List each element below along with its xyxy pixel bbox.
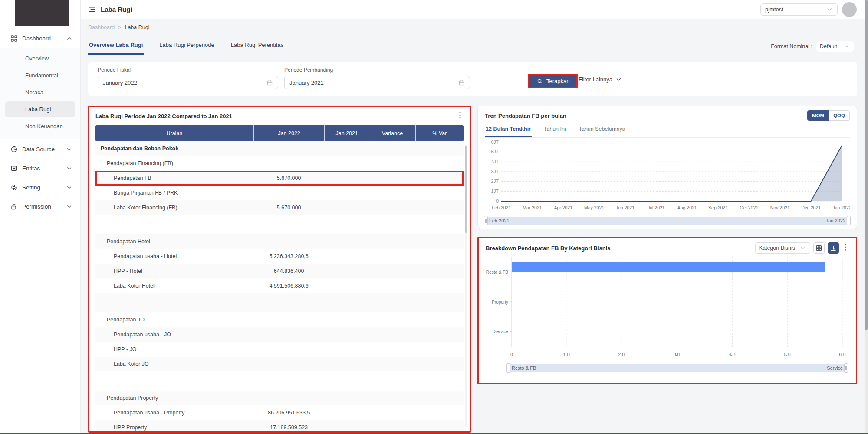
sidebar-item-dashboard[interactable]: Dashboard (0, 29, 80, 48)
svg-text:Resto & FB: Resto & FB (486, 270, 508, 275)
pl-table-header: Laba Rugi Periode Jan 2022 Compared to J… (89, 107, 470, 125)
page-scrollbar-thumb[interactable] (865, 0, 868, 330)
table-row[interactable]: Laba Kotor Hotel4.591.506.880,6 (95, 278, 464, 293)
mom-toggle-button[interactable]: MOM (807, 110, 829, 121)
slider-handle-right[interactable] (847, 216, 851, 225)
dimension-select[interactable]: Kategori Bisnis (755, 242, 810, 254)
compare-period-field: Periode Pembanding January 2021 (284, 67, 470, 89)
breakdown-range-slider[interactable]: Resto & FB Service (508, 364, 846, 372)
tab-laba-rugi-perperiode[interactable]: Laba Rugi Perperiode (158, 39, 215, 55)
trend-chart: 01JT2JT3JT4JT5JT6JTFeb 2021Mar 2021Apr 2… (485, 138, 850, 215)
svg-text:0: 0 (510, 352, 513, 357)
sidebar-item-non-keuangan[interactable]: Non Keuangan (5, 118, 75, 134)
table-row[interactable]: Pendapatan dan Beban Pokok (95, 141, 464, 156)
compare-period-label: Periode Pembanding (284, 67, 470, 73)
slider-handle-left[interactable] (506, 363, 510, 373)
svg-text:May 2021: May 2021 (584, 205, 604, 210)
table-spacer-row[interactable] (95, 293, 464, 312)
table-view-icon (815, 245, 822, 252)
table-row[interactable]: HPP - JO (95, 342, 464, 357)
svg-text:Oct 2021: Oct 2021 (740, 205, 759, 210)
kebab-icon[interactable] (842, 244, 849, 252)
fiscal-period-input[interactable]: January 2022 (98, 76, 278, 89)
table-row[interactable]: HPP Property17.189.509.523 (95, 420, 464, 433)
table-row[interactable]: Pendapatan usaha - Property86.206.951.63… (95, 405, 464, 420)
sidebar-item-label: Data Source (22, 146, 55, 152)
column-uraian[interactable]: Uraian (95, 125, 253, 141)
breadcrumb-parent[interactable]: Dashboard (88, 24, 115, 30)
breadcrumb-current: Laba Rugi (125, 24, 149, 30)
chart-view-button[interactable] (828, 242, 839, 254)
breakdown-chart: 01JT2JT3JT4JT5JT6JTResto & FBPropertySer… (486, 254, 849, 363)
dashboard-submenu: Overview Fundamental Neraca Laba Rugi No… (0, 48, 80, 139)
sidebar-item-setting[interactable]: Setting (0, 178, 80, 197)
tab-overview-laba-rugi[interactable]: Overview Laba Rugi (88, 39, 144, 55)
svg-text:1JT: 1JT (491, 189, 499, 194)
filter-panel: Periode Fiskal January 2022 Periode Pemb… (88, 62, 857, 96)
more-filters-link[interactable]: Filter Lainnya (579, 76, 622, 83)
sidebar-item-label: Dashboard (22, 35, 51, 42)
svg-text:6JT: 6JT (491, 139, 499, 145)
tab-12-bulan-terakhir[interactable]: 12 Bulan Terakhir (485, 124, 532, 137)
tab-laba-rugi-perentitas[interactable]: Laba Rugi Perentitas (230, 39, 284, 55)
fiscal-period-label: Periode Fiskal (98, 67, 278, 73)
sidebar-item-data-source[interactable]: Data Source (0, 139, 80, 159)
trend-tabs: 12 Bulan Terakhir Tahun Ini Tahun Sebelu… (485, 124, 850, 138)
slider-handle-right[interactable] (844, 363, 848, 373)
table-row[interactable]: Pendapatan usaha - JO (95, 327, 464, 342)
fiscal-period-field: Periode Fiskal January 2022 (98, 67, 278, 89)
svg-text:5JT: 5JT (784, 352, 792, 357)
sidebar-item-entitas[interactable]: Entitas (0, 159, 80, 178)
table-row[interactable]: Laba Kotor JO (95, 357, 464, 371)
slider-handle-left[interactable] (484, 216, 488, 225)
sidebar-item-neraca[interactable]: Neraca (5, 84, 75, 100)
table-spacer-row[interactable] (95, 215, 464, 234)
user-dropdown[interactable]: pjmtest (760, 3, 838, 16)
apply-button[interactable]: Terapkan (529, 75, 576, 87)
svg-text:4JT: 4JT (491, 159, 499, 164)
trend-card: Tren Pendapatan FB per bulan MOM QOQ 12 … (477, 106, 857, 229)
chevron-down-icon (826, 6, 833, 13)
svg-text:5JT: 5JT (491, 149, 499, 154)
table-row[interactable]: Pendapatan Hotel (95, 234, 464, 249)
user-avatar[interactable] (842, 2, 857, 17)
svg-text:Service: Service (494, 329, 509, 334)
column-jan-2022[interactable]: Jan 2022 (253, 125, 325, 141)
table-row[interactable]: Laba Kotor Financing (FB)5.670.000 (95, 200, 464, 215)
sidebar-item-label: Entitas (22, 165, 40, 172)
trend-range-slider[interactable]: Feb 2021 Jan 2022 (486, 217, 849, 225)
table-scrollbar[interactable] (465, 145, 467, 427)
svg-text:Jun 2021: Jun 2021 (616, 205, 635, 210)
chevron-down-icon (843, 43, 850, 50)
svg-text:Nov 2021: Nov 2021 (770, 205, 790, 210)
sidebar-item-laba-rugi[interactable]: Laba Rugi (5, 101, 75, 117)
sidebar-item-permission[interactable]: Permission (0, 197, 80, 216)
table-row[interactable]: Pendapatan Financing (FB) (95, 156, 464, 171)
sidebar: Dashboard Overview Fundamental Neraca La… (0, 0, 81, 434)
trend-slider-left-label: Feb 2021 (489, 218, 509, 223)
compare-period-input[interactable]: January 2021 (284, 76, 470, 89)
table-row[interactable]: Pendapatan FB5.670.000 (95, 171, 464, 186)
chevron-down-icon (66, 184, 72, 191)
table-spacer-row[interactable] (95, 371, 464, 391)
table-row[interactable]: Pendapatan usaha - Hotel5.236.343.280,6 (95, 249, 464, 264)
sidebar-item-overview[interactable]: Overview (5, 50, 75, 66)
menu-toggle-icon[interactable] (89, 6, 95, 13)
table-row[interactable]: Pendapatan Property (95, 391, 464, 405)
tab-tahun-ini[interactable]: Tahun Ini (543, 124, 567, 137)
column-pct-var[interactable]: % Var (415, 125, 464, 141)
format-nominal-select[interactable]: Default (816, 41, 854, 52)
page-scrollbar[interactable] (865, 0, 868, 434)
table-view-button[interactable] (813, 242, 825, 254)
column-jan-2021[interactable]: Jan 2021 (324, 125, 369, 141)
page-tabs: Overview Laba Rugi Laba Rugi Perperiode … (88, 39, 857, 55)
qoq-toggle-button[interactable]: QOQ (829, 110, 850, 121)
table-scrollbar-thumb[interactable] (465, 146, 467, 233)
table-row[interactable]: Pendapatan JO (95, 312, 464, 327)
column-variance[interactable]: Variance (369, 125, 415, 141)
sidebar-item-fundamental[interactable]: Fundamental (5, 67, 75, 83)
table-row[interactable]: Bunga Pinjaman FB / PRK (95, 186, 464, 200)
table-row[interactable]: HPP - Hotel644.836.400 (95, 264, 464, 278)
tab-tahun-sebelumnya[interactable]: Tahun Sebelumnya (578, 124, 626, 137)
kebab-icon[interactable] (457, 112, 464, 120)
